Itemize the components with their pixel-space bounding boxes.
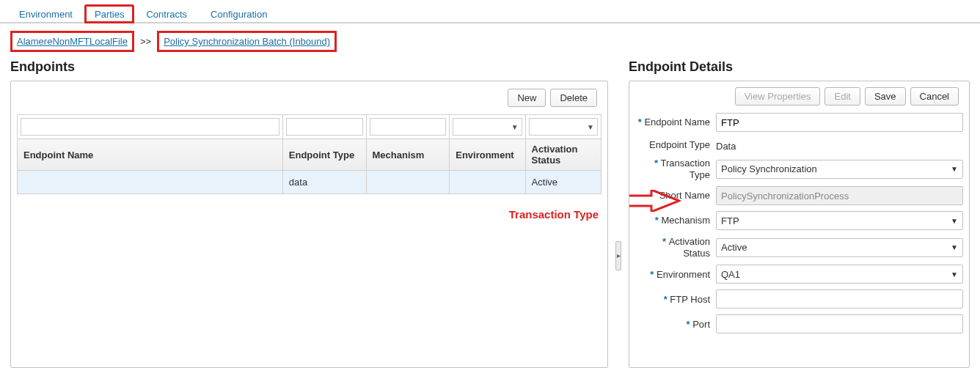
breadcrumb-separator: >> [140,36,151,47]
filter-endpoint-type[interactable] [286,118,363,136]
value-endpoint-type: Data [716,138,736,152]
select-activation-status-value: Active [721,242,747,253]
cell-mechanism [366,171,450,194]
endpoints-panel-body: New Delete Endpoint Name Endpoint Type M… [10,81,608,368]
breadcrumb-item-2-box: Policy Synchronization Batch (Inbound) [157,31,337,52]
label-endpoint-type: Endpoint Type [635,139,716,151]
input-ftp-host[interactable] [716,289,963,309]
input-endpoint-name[interactable] [716,113,963,132]
cell-endpoint-name [18,171,283,194]
select-environment-value: QA1 [721,269,740,280]
tab-configuration[interactable]: Configuration [199,3,279,22]
filter-environment[interactable] [453,118,522,136]
select-transaction-type[interactable]: Policy Synchronization [716,160,963,179]
label-transaction-type: Transaction Type [635,158,716,180]
select-environment[interactable]: QA1 [716,265,963,284]
endpoint-details-scroll[interactable]: View Properties Edit Save Cancel Endpoin… [635,87,963,361]
breadcrumb-item-1-box: AlamereNonMFTLocalFile [10,31,134,52]
select-mechanism-value: FTP [721,215,739,226]
breadcrumb: AlamereNonMFTLocalFile >> Policy Synchro… [0,23,980,55]
label-short-name: Short Name [635,190,716,202]
label-activation-status: Activation Status [635,236,716,259]
label-environment: Environment [635,269,716,281]
endpoint-details-body: View Properties Edit Save Cancel Endpoin… [629,81,970,368]
endpoints-title: Endpoints [10,59,608,75]
top-tabs: Environment Parties Contracts Configurat… [0,0,980,23]
delete-button[interactable]: Delete [550,89,597,107]
splitter-handle-icon: ▸ [615,241,621,270]
label-mechanism: Mechanism [635,215,716,226]
details-toolbar: View Properties Edit Save Cancel [635,87,963,113]
input-port[interactable] [716,314,963,333]
filter-row [18,115,601,139]
cell-environment [450,171,525,194]
col-environment[interactable]: Environment [450,139,525,171]
filter-endpoint-name[interactable] [21,118,279,136]
endpoints-toolbar: New Delete [17,87,601,114]
input-short-name [716,186,963,205]
endpoint-details-panel: Endpoint Details View Properties Edit Sa… [629,55,970,368]
endpoint-details-title: Endpoint Details [629,59,970,75]
select-activation-status[interactable]: Active [716,238,963,257]
label-ftp-host: FTP Host [635,294,716,306]
label-port: Port [635,319,716,330]
tab-parties[interactable]: Parties [84,4,134,23]
filter-activation-status[interactable] [529,118,598,136]
new-button[interactable]: New [508,89,546,107]
splitter[interactable]: ▸ [615,99,621,373]
label-endpoint-name: Endpoint Name [635,117,716,128]
header-row: Endpoint Name Endpoint Type Mechanism En… [18,139,601,171]
col-activation-status[interactable]: Activation Status [525,139,601,171]
endpoints-panel: Endpoints New Delete Endpoint Name Endpo… [10,55,608,368]
select-transaction-type-value: Policy Synchronization [721,163,817,174]
transaction-type-annotation: Transaction Type [509,208,599,221]
select-mechanism[interactable]: FTP [716,211,963,230]
cancel-button[interactable]: Cancel [910,87,959,106]
breadcrumb-item-2[interactable]: Policy Synchronization Batch (Inbound) [164,36,330,47]
table-row[interactable]: data Active [18,171,601,194]
save-button[interactable]: Save [865,87,906,106]
cell-endpoint-type: data [282,171,366,194]
col-endpoint-type[interactable]: Endpoint Type [282,139,366,171]
tab-environment[interactable]: Environment [7,3,84,22]
col-endpoint-name[interactable]: Endpoint Name [18,139,283,171]
view-properties-button[interactable]: View Properties [735,87,821,106]
cell-activation-status: Active [525,171,601,194]
col-mechanism[interactable]: Mechanism [366,139,450,171]
filter-mechanism[interactable] [370,118,447,136]
endpoints-table: Endpoint Name Endpoint Type Mechanism En… [17,114,601,194]
breadcrumb-item-1[interactable]: AlamereNonMFTLocalFile [17,36,128,47]
edit-button[interactable]: Edit [824,87,860,106]
tab-contracts[interactable]: Contracts [134,3,199,22]
